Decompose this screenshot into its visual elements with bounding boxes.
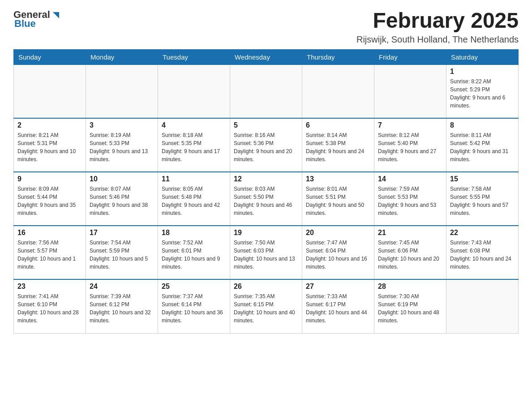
calendar-week-row: 2Sunrise: 8:21 AMSunset: 5:31 PMDaylight… — [14, 118, 519, 172]
day-number: 27 — [306, 283, 370, 291]
calendar-table: Sunday Monday Tuesday Wednesday Thursday… — [13, 49, 519, 334]
calendar-cell: 8Sunrise: 8:11 AMSunset: 5:42 PMDaylight… — [446, 118, 519, 172]
day-info: Sunrise: 7:47 AMSunset: 6:04 PMDaylight:… — [306, 239, 370, 271]
calendar-cell: 17Sunrise: 7:54 AMSunset: 5:59 PMDayligh… — [86, 226, 158, 279]
day-number: 21 — [378, 229, 442, 237]
subtitle: Rijswijk, South Holland, The Netherlands — [356, 34, 519, 45]
header-monday: Monday — [86, 49, 158, 64]
calendar-cell: 7Sunrise: 8:12 AMSunset: 5:40 PMDaylight… — [374, 118, 446, 172]
day-info: Sunrise: 8:21 AMSunset: 5:31 PMDaylight:… — [17, 131, 82, 163]
day-info: Sunrise: 7:33 AMSunset: 6:17 PMDaylight:… — [306, 292, 370, 325]
day-number: 18 — [162, 229, 226, 237]
day-number: 1 — [450, 68, 515, 76]
calendar-cell — [158, 64, 230, 118]
calendar-cell — [374, 64, 446, 118]
page-header: General Blue February 2025 Rijswijk, Sou… — [13, 9, 519, 45]
day-info: Sunrise: 7:35 AMSunset: 6:15 PMDaylight:… — [234, 292, 298, 325]
logo-blue-text: Blue — [14, 18, 36, 30]
calendar-cell: 18Sunrise: 7:52 AMSunset: 6:01 PMDayligh… — [158, 226, 230, 279]
day-number: 26 — [234, 283, 298, 291]
calendar-body: 1Sunrise: 8:22 AMSunset: 5:29 PMDaylight… — [14, 64, 519, 333]
calendar-cell: 16Sunrise: 7:56 AMSunset: 5:57 PMDayligh… — [14, 226, 86, 279]
day-number: 2 — [17, 121, 82, 129]
calendar-cell: 21Sunrise: 7:45 AMSunset: 6:06 PMDayligh… — [374, 226, 446, 279]
calendar-week-row: 1Sunrise: 8:22 AMSunset: 5:29 PMDaylight… — [14, 64, 519, 118]
calendar-week-row: 9Sunrise: 8:09 AMSunset: 5:44 PMDaylight… — [14, 172, 519, 226]
day-number: 3 — [90, 121, 154, 129]
calendar-cell: 20Sunrise: 7:47 AMSunset: 6:04 PMDayligh… — [302, 226, 374, 279]
day-info: Sunrise: 7:45 AMSunset: 6:06 PMDaylight:… — [378, 239, 442, 271]
calendar-cell: 28Sunrise: 7:30 AMSunset: 6:19 PMDayligh… — [374, 279, 446, 333]
main-title: February 2025 — [356, 9, 519, 33]
calendar-cell: 14Sunrise: 7:59 AMSunset: 5:53 PMDayligh… — [374, 172, 446, 226]
calendar-cell: 19Sunrise: 7:50 AMSunset: 6:03 PMDayligh… — [230, 226, 302, 279]
day-number: 20 — [306, 229, 370, 237]
day-info: Sunrise: 7:30 AMSunset: 6:19 PMDaylight:… — [378, 292, 442, 325]
calendar-cell — [230, 64, 302, 118]
day-info: Sunrise: 8:16 AMSunset: 5:36 PMDaylight:… — [234, 131, 298, 163]
day-info: Sunrise: 8:11 AMSunset: 5:42 PMDaylight:… — [450, 131, 515, 163]
day-info: Sunrise: 8:05 AMSunset: 5:48 PMDaylight:… — [162, 185, 226, 217]
day-number: 13 — [306, 175, 370, 183]
day-number: 10 — [90, 175, 154, 183]
calendar-cell — [14, 64, 86, 118]
day-info: Sunrise: 8:14 AMSunset: 5:38 PMDaylight:… — [306, 131, 370, 163]
calendar-cell: 23Sunrise: 7:41 AMSunset: 6:10 PMDayligh… — [14, 279, 86, 333]
day-number: 24 — [90, 283, 154, 291]
day-info: Sunrise: 7:37 AMSunset: 6:14 PMDaylight:… — [162, 292, 226, 325]
day-number: 5 — [234, 121, 298, 129]
calendar-cell: 2Sunrise: 8:21 AMSunset: 5:31 PMDaylight… — [14, 118, 86, 172]
logo-triangle-icon — [51, 10, 61, 20]
calendar-cell: 11Sunrise: 8:05 AMSunset: 5:48 PMDayligh… — [158, 172, 230, 226]
day-info: Sunrise: 7:54 AMSunset: 5:59 PMDaylight:… — [90, 239, 154, 271]
calendar-header: Sunday Monday Tuesday Wednesday Thursday… — [14, 49, 519, 64]
day-info: Sunrise: 7:50 AMSunset: 6:03 PMDaylight:… — [234, 239, 298, 271]
day-number: 14 — [378, 175, 442, 183]
header-tuesday: Tuesday — [158, 49, 230, 64]
day-info: Sunrise: 7:43 AMSunset: 6:08 PMDaylight:… — [450, 239, 515, 271]
calendar-cell: 10Sunrise: 8:07 AMSunset: 5:46 PMDayligh… — [86, 172, 158, 226]
day-info: Sunrise: 8:12 AMSunset: 5:40 PMDaylight:… — [378, 131, 442, 163]
day-number: 28 — [378, 283, 442, 291]
calendar-cell: 12Sunrise: 8:03 AMSunset: 5:50 PMDayligh… — [230, 172, 302, 226]
day-number: 4 — [162, 121, 226, 129]
day-number: 25 — [162, 283, 226, 291]
day-number: 8 — [450, 121, 515, 129]
title-section: February 2025 Rijswijk, South Holland, T… — [356, 9, 519, 45]
calendar-cell — [302, 64, 374, 118]
day-info: Sunrise: 8:01 AMSunset: 5:51 PMDaylight:… — [306, 185, 370, 217]
day-number: 11 — [162, 175, 226, 183]
header-sunday: Sunday — [14, 49, 86, 64]
calendar-cell: 22Sunrise: 7:43 AMSunset: 6:08 PMDayligh… — [446, 226, 519, 279]
day-number: 7 — [378, 121, 442, 129]
calendar-cell: 26Sunrise: 7:35 AMSunset: 6:15 PMDayligh… — [230, 279, 302, 333]
day-info: Sunrise: 7:58 AMSunset: 5:55 PMDaylight:… — [450, 185, 515, 217]
day-info: Sunrise: 8:19 AMSunset: 5:33 PMDaylight:… — [90, 131, 154, 163]
header-saturday: Saturday — [446, 49, 519, 64]
logo: General Blue — [13, 9, 61, 30]
svg-marker-0 — [53, 12, 59, 18]
calendar-cell: 13Sunrise: 8:01 AMSunset: 5:51 PMDayligh… — [302, 172, 374, 226]
day-number: 22 — [450, 229, 515, 237]
day-number: 6 — [306, 121, 370, 129]
calendar-cell: 6Sunrise: 8:14 AMSunset: 5:38 PMDaylight… — [302, 118, 374, 172]
calendar-cell — [86, 64, 158, 118]
day-info: Sunrise: 7:41 AMSunset: 6:10 PMDaylight:… — [17, 292, 82, 325]
calendar-week-row: 23Sunrise: 7:41 AMSunset: 6:10 PMDayligh… — [14, 279, 519, 333]
header-friday: Friday — [374, 49, 446, 64]
day-info: Sunrise: 8:09 AMSunset: 5:44 PMDaylight:… — [17, 185, 82, 217]
calendar-cell: 4Sunrise: 8:18 AMSunset: 5:35 PMDaylight… — [158, 118, 230, 172]
day-info: Sunrise: 8:18 AMSunset: 5:35 PMDaylight:… — [162, 131, 226, 163]
day-info: Sunrise: 7:59 AMSunset: 5:53 PMDaylight:… — [378, 185, 442, 217]
calendar-cell: 15Sunrise: 7:58 AMSunset: 5:55 PMDayligh… — [446, 172, 519, 226]
calendar-cell: 3Sunrise: 8:19 AMSunset: 5:33 PMDaylight… — [86, 118, 158, 172]
day-number: 15 — [450, 175, 515, 183]
day-info: Sunrise: 8:03 AMSunset: 5:50 PMDaylight:… — [234, 185, 298, 217]
weekday-header-row: Sunday Monday Tuesday Wednesday Thursday… — [14, 49, 519, 64]
header-wednesday: Wednesday — [230, 49, 302, 64]
day-number: 17 — [90, 229, 154, 237]
calendar-cell: 25Sunrise: 7:37 AMSunset: 6:14 PMDayligh… — [158, 279, 230, 333]
day-info: Sunrise: 7:56 AMSunset: 5:57 PMDaylight:… — [17, 239, 82, 271]
day-number: 9 — [17, 175, 82, 183]
day-number: 23 — [17, 283, 82, 291]
